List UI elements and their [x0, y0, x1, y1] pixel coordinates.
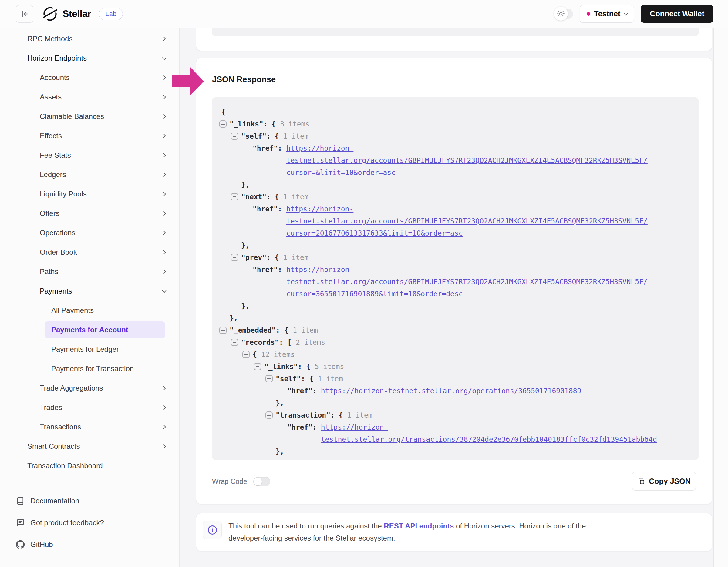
collapse-node-icon[interactable] [231, 133, 238, 140]
wrap-code-toggle-knob[interactable] [254, 478, 262, 485]
sidebar-item-label: Payments for Account [51, 326, 128, 334]
sidebar-item-payments-for-ledger[interactable]: Payments for Ledger [0, 339, 179, 359]
json-item-count: 1 item [283, 132, 308, 140]
wrap-code-label: Wrap Code [212, 478, 247, 486]
collapse-node-icon[interactable] [265, 411, 273, 419]
theme-toggle[interactable] [554, 9, 573, 19]
rest-api-endpoints-link[interactable]: REST API endpoints [384, 522, 454, 530]
sidebar-footer-documentation[interactable]: Documentation [0, 490, 179, 512]
book-icon [16, 496, 25, 505]
sidebar-item-accounts[interactable]: Accounts [0, 68, 179, 87]
json-token: "prev" [241, 254, 266, 262]
json-item-count: 1 item [293, 326, 318, 334]
collapse-node-icon[interactable] [219, 326, 227, 334]
connect-wallet-button[interactable]: Connect Wallet [641, 5, 713, 23]
info-note-post: of Horizon servers. Horizon is one of th… [454, 522, 586, 530]
sidebar-item-rpc-methods[interactable]: RPC Methods [0, 29, 179, 49]
sidebar-item-ledgers[interactable]: Ledgers [0, 165, 179, 184]
json-link[interactable]: cursor=&limit=10&order=asc [286, 169, 396, 177]
chevron-right-icon [162, 250, 166, 255]
json-item-count: 3 items [280, 120, 309, 128]
collapse-left-icon [20, 10, 29, 18]
json-link[interactable]: testnet.stellar.org/accounts/GBPIMUEJFYS… [286, 157, 648, 164]
sidebar-item-payments-for-transaction[interactable]: Payments for Transaction [0, 359, 179, 378]
sidebar-item-label: Horizon Endpoints [27, 54, 87, 62]
json-link[interactable]: cursor=365501716901889&limit=10&order=de… [286, 290, 463, 298]
json-token: "_links" [230, 120, 263, 128]
json-item-count: 1 item [283, 254, 308, 262]
scrollbar-gutter[interactable] [713, 28, 728, 567]
json-link[interactable]: https://horizon- [286, 266, 354, 274]
app-header: Stellar Lab Testnet Connect Wallet [0, 0, 728, 28]
collapse-node-icon[interactable] [254, 363, 261, 370]
sidebar-item-payments-for-account[interactable]: Payments for Account [45, 321, 165, 338]
json-token: }, [241, 302, 250, 310]
json-token: : [278, 205, 286, 213]
sidebar-item-transaction-dashboard[interactable]: Transaction Dashboard [0, 456, 179, 475]
json-link[interactable]: testnet.stellar.org/accounts/GBPIMUEJFYS… [286, 217, 648, 225]
sidebar-item-smart-contracts[interactable]: Smart Contracts [0, 437, 179, 456]
json-token: : { [266, 193, 279, 201]
json-token: "next" [241, 193, 266, 201]
json-token: { [253, 350, 257, 358]
json-link[interactable]: https://horizon-testnet.stellar.org/oper… [321, 387, 581, 395]
sidebar-item-label: Effects [40, 132, 62, 140]
json-item-count: 1 item [347, 411, 372, 419]
sidebar-item-offers[interactable]: Offers [0, 204, 179, 223]
sidebar-item-effects[interactable]: Effects [0, 126, 179, 146]
sidebar-nav: RPC MethodsHorizon EndpointsAccountsAsse… [0, 28, 179, 475]
json-link[interactable]: https://horizon- [321, 423, 388, 431]
sidebar-item-transactions[interactable]: Transactions [0, 417, 179, 437]
json-code-line: cursor=365501716901889&limit=10&order=de… [219, 288, 691, 300]
sidebar-item-payments[interactable]: Payments [0, 282, 179, 301]
sidebar-item-operations[interactable]: Operations [0, 223, 179, 243]
sidebar-item-trades[interactable]: Trades [0, 398, 179, 417]
collapse-node-icon[interactable] [219, 120, 227, 128]
collapse-node-icon[interactable] [231, 193, 238, 201]
collapse-node-icon[interactable] [242, 351, 250, 358]
sidebar-footer-got-product-feedback[interactable]: Got product feedback? [0, 512, 179, 534]
copy-json-button[interactable]: Copy JSON [632, 472, 696, 491]
feedback-icon [16, 518, 25, 527]
collapse-node-icon[interactable] [265, 375, 273, 382]
json-code-line: "transaction": {1 item [219, 409, 691, 421]
json-item-count: 2 items [296, 338, 325, 346]
brand[interactable]: Stellar Lab [42, 6, 123, 22]
json-code-line: testnet.stellar.org/accounts/GBPIMUEJFYS… [219, 215, 691, 227]
sidebar-item-label: Payments [40, 287, 72, 295]
json-link[interactable]: cursor=2016770613317633&limit=10&order=a… [286, 229, 463, 237]
json-token: "href" [253, 266, 278, 274]
sidebar-item-trade-aggregations[interactable]: Trade Aggregations [0, 378, 179, 398]
chevron-right-icon [162, 134, 166, 138]
chevron-right-icon [162, 405, 166, 410]
collapse-node-icon[interactable] [231, 254, 238, 261]
wrap-code-toggle[interactable] [253, 477, 270, 486]
info-icon [207, 525, 218, 535]
sidebar-item-label: Ledgers [40, 171, 66, 179]
json-code-viewer[interactable]: {"_links": {3 items"self": {1 item"href"… [212, 97, 699, 460]
sidebar-item-order-book[interactable]: Order Book [0, 243, 179, 262]
json-link[interactable]: testnet.stellar.org/transactions/387204d… [321, 435, 657, 443]
json-response-card: JSON Response {"_links": {3 items"self":… [196, 58, 712, 504]
sidebar-footer-github[interactable]: GitHub [0, 534, 179, 555]
collapse-node-icon[interactable] [231, 339, 238, 346]
json-link[interactable]: testnet.stellar.org/accounts/GBPIMUEJFYS… [286, 278, 648, 285]
sidebar-item-assets[interactable]: Assets [0, 87, 179, 107]
json-link[interactable]: https://horizon- [286, 205, 354, 213]
sidebar-item-all-payments[interactable]: All Payments [0, 301, 179, 320]
json-link[interactable]: https://horizon- [286, 144, 354, 152]
theme-toggle-knob[interactable] [554, 7, 568, 21]
annotation-arrow-tail [172, 75, 190, 87]
sidebar-item-horizon-endpoints[interactable]: Horizon Endpoints [0, 49, 179, 68]
json-item-count: 1 item [318, 375, 343, 383]
sidebar-item-paths[interactable]: Paths [0, 262, 179, 282]
collapse-sidebar-button[interactable] [16, 5, 33, 23]
sidebar-item-liquidity-pools[interactable]: Liquidity Pools [0, 184, 179, 204]
json-token: "_embedded" [230, 326, 276, 334]
chevron-down-icon [162, 56, 166, 60]
network-selector[interactable]: Testnet [580, 5, 634, 23]
sidebar-item-claimable-balances[interactable]: Claimable Balances [0, 107, 179, 126]
sidebar-item-label: Trades [40, 403, 62, 412]
lab-badge: Lab [99, 8, 123, 20]
sidebar-item-fee-stats[interactable]: Fee Stats [0, 146, 179, 165]
